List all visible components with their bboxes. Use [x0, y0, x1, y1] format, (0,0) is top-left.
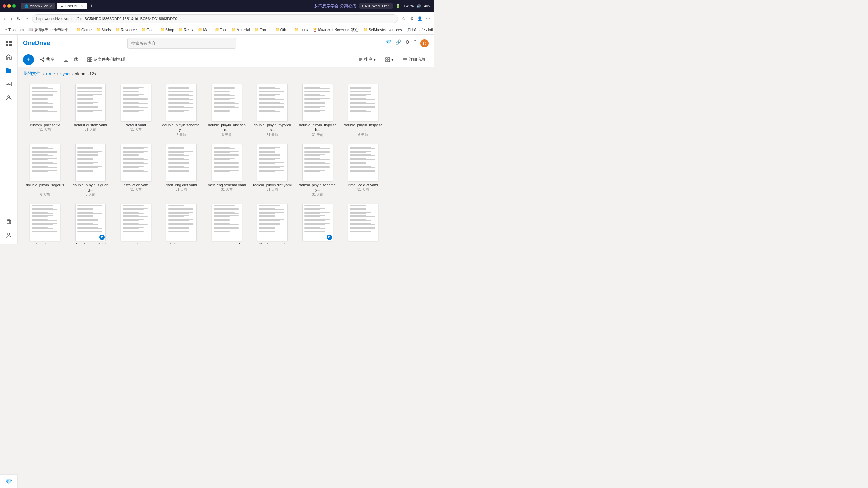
file-item[interactable]: installation.yaml 31 天前: [114, 141, 158, 200]
view-toggle-button[interactable]: ▾: [382, 56, 397, 64]
file-item[interactable]: rime_ice.dict.yaml 31 天前: [341, 141, 385, 200]
forward-button[interactable]: ›: [9, 15, 14, 22]
browser-tab-1[interactable]: 🌐 xiaomi-12x ✕: [21, 3, 55, 9]
bookmark-linux[interactable]: 📁 Linux: [292, 27, 310, 33]
file-item[interactable]: radical_pinyin.schema.y... 31 天前: [296, 141, 340, 200]
bookmark-code[interactable]: 📁 Code: [139, 27, 157, 33]
bookmark-relax[interactable]: 📁 Relax: [177, 27, 195, 33]
extensions-icon[interactable]: ⚙: [408, 15, 415, 22]
file-item[interactable]: squirrel.yaml 31 天前: [114, 201, 158, 244]
sort-button[interactable]: 排序 ▾: [355, 55, 379, 64]
bookmark-wechat-read[interactable]: 📖 微信读书-正版书籍小...: [26, 26, 74, 33]
browser-tab-2[interactable]: ☁ OneDri... ✕: [57, 3, 87, 9]
breadcrumb-root[interactable]: 我的文件: [23, 70, 41, 77]
file-name: user.yaml: [310, 242, 326, 244]
profile-icon[interactable]: 👤: [416, 15, 423, 22]
reload-button[interactable]: ↻: [15, 15, 22, 22]
sidebar-photos-icon[interactable]: [3, 78, 15, 90]
file-item[interactable]: double_pinyin_mspy.sch... 6 天前: [341, 81, 385, 140]
home-button[interactable]: ⌂: [24, 15, 29, 22]
ms-rewards-icon: 🏆: [313, 28, 317, 32]
bookmark-lofi[interactable]: 🎵 lofi.cafe - lofi music: [405, 27, 434, 33]
grid-view-icon[interactable]: 💎: [386, 39, 391, 47]
sidebar-home-icon[interactable]: [3, 51, 15, 63]
menu-icon[interactable]: ⋯: [425, 15, 431, 22]
main-layout: OneDrive 💎 🔗 ⚙ ? R + 共享 下载 从文: [0, 35, 434, 244]
file-item[interactable]: radical_pinyin.dict.yaml 31 天前: [250, 141, 294, 200]
file-date: 31 天前: [357, 187, 369, 192]
folder-icon-resource: 📁: [116, 28, 120, 32]
download-button[interactable]: 下载: [60, 55, 81, 64]
bookmark-self-hosted[interactable]: 📁 Self-hosted services: [361, 27, 404, 33]
settings-icon[interactable]: ⚙: [405, 39, 410, 47]
bookmark-material[interactable]: 📁 Material: [230, 27, 252, 33]
file-item[interactable]: double_pinyin_flypy.sch... 31 天前: [296, 81, 340, 140]
file-item[interactable]: double_pinyin_sogou.sc... 6 天前: [23, 141, 67, 200]
share-button[interactable]: 共享: [37, 55, 58, 64]
folder-icon-linux: 📁: [294, 28, 298, 32]
tab1-close[interactable]: ✕: [49, 4, 52, 8]
file-item[interactable]: melt_eng.schema.yaml 31 天前: [205, 141, 249, 200]
file-item[interactable]: user.yaml 13 小时前: [296, 201, 340, 244]
file-item[interactable]: double_pinyin.schema.y... 6 天前: [159, 81, 203, 140]
folder-icon: 📁: [76, 28, 80, 32]
minimize-window-btn[interactable]: [7, 4, 11, 8]
breadcrumb-rime[interactable]: rime: [46, 71, 55, 76]
file-date: 31 天前: [130, 127, 142, 132]
sidebar-user-icon[interactable]: [3, 229, 15, 241]
bookmark-tool[interactable]: 📁 Tool: [213, 27, 229, 33]
create-album-button[interactable]: 从文件夹创建相册: [84, 55, 130, 64]
bookmark-star-icon[interactable]: ☆: [400, 15, 407, 22]
file-item[interactable]: melt_eng.dict.yaml 31 天前: [159, 141, 203, 200]
file-item[interactable]: double_pinyin_ziguang... 6 天前: [68, 141, 113, 200]
url-input[interactable]: [32, 14, 398, 23]
file-item[interactable]: rime_ice.userdb.txt 13 小时前: [68, 201, 113, 244]
share-icon[interactable]: 🔗: [395, 39, 401, 47]
bookmark-forum[interactable]: 📁 Forum: [253, 27, 273, 33]
maximize-window-btn[interactable]: [12, 4, 16, 8]
bookmark-telegram[interactable]: ✈ Telegram: [3, 27, 26, 33]
bookmark-resource[interactable]: 📁 Resource: [114, 27, 139, 33]
bookmark-other[interactable]: 📁 Other: [273, 27, 292, 33]
sidebar-apps-icon[interactable]: [3, 37, 15, 49]
file-item[interactable]: default.custom.yaml 31 天前: [68, 81, 113, 140]
tab2-close[interactable]: ✕: [81, 4, 84, 8]
file-thumbnail: [75, 84, 106, 121]
file-item[interactable]: custom_phrase.txt 31 天前: [23, 81, 67, 140]
help-icon[interactable]: ?: [414, 39, 416, 47]
file-name: double_pinyin_ziguang...: [71, 183, 111, 192]
sidebar-trash-icon[interactable]: [3, 216, 15, 228]
new-tab-button[interactable]: +: [88, 3, 94, 9]
close-window-btn[interactable]: [3, 4, 6, 8]
file-date: 6 天前: [40, 192, 50, 197]
back-button[interactable]: ‹: [3, 15, 7, 22]
volume-icon: 🔊: [416, 4, 421, 8]
file-item[interactable]: t9.schema.yaml 6 天前: [250, 201, 294, 244]
sidebar-shared-icon[interactable]: [3, 92, 15, 104]
file-thumbnail: [121, 84, 151, 121]
sidebar-files-icon[interactable]: [3, 64, 15, 77]
profile-avatar[interactable]: R: [420, 39, 429, 47]
bookmark-game[interactable]: 📁 Game: [74, 27, 94, 33]
file-name: custom_phrase.txt: [30, 123, 60, 127]
file-item[interactable]: rime_ice.schema.yaml 31 天前: [23, 201, 67, 244]
file-item[interactable]: symbols_v.yaml 31 天前: [205, 201, 249, 244]
details-button[interactable]: 详细信息: [399, 55, 429, 64]
breadcrumb-sync[interactable]: sync: [60, 71, 70, 76]
new-button[interactable]: +: [23, 54, 34, 65]
folder-icon-material: 📁: [232, 28, 236, 32]
file-item[interactable]: default.yaml 31 天前: [114, 81, 158, 140]
file-name: melt_eng.schema.yaml: [208, 183, 246, 187]
bookmark-shop[interactable]: 📁 Shop: [158, 27, 176, 33]
bookmark-study[interactable]: 📁 Study: [94, 27, 113, 33]
file-thumbnail: [348, 84, 378, 121]
bookmark-mail[interactable]: 📁 Mail: [196, 27, 212, 33]
file-item[interactable]: double_pinyin_abc.sche... 6 天前: [205, 81, 249, 140]
self-hosted-icon: 📁: [363, 28, 368, 32]
search-input[interactable]: [127, 38, 236, 49]
file-item[interactable]: double_pinyin_flypy.cus... 31 天前: [250, 81, 294, 140]
file-item[interactable]: weasel.yaml 31 天前: [341, 201, 385, 244]
address-bar: ‹ › ↻ ⌂ ☆ ⚙ 👤 ⋯: [0, 12, 434, 25]
file-item[interactable]: symbols_caps_v.yaml 31 天前: [159, 201, 203, 244]
bookmark-ms-rewards[interactable]: 🏆 Microsoft Rewards: 状态: [311, 26, 360, 33]
